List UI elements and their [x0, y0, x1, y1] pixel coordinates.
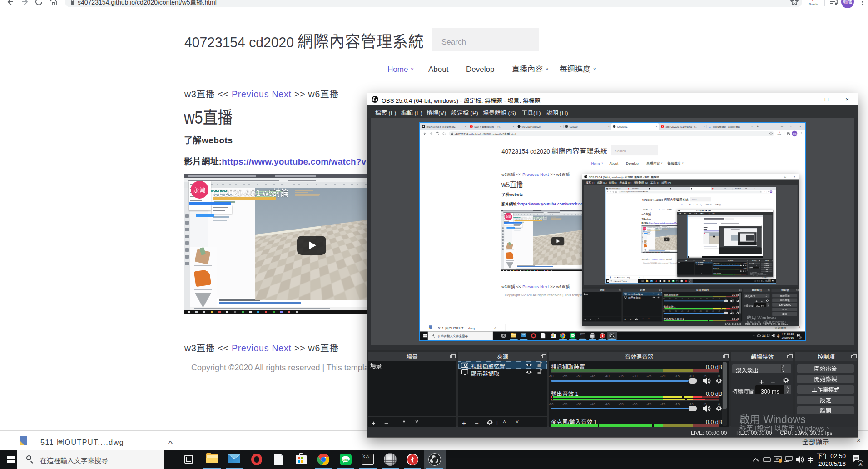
svg-text:No ads: No ads — [809, 2, 818, 6]
svg-text:No ads: No ads — [764, 192, 765, 192]
svg-text:G: G — [733, 188, 734, 189]
svg-text:G: G — [709, 125, 711, 128]
svg-text:No ads: No ads — [778, 134, 782, 135]
